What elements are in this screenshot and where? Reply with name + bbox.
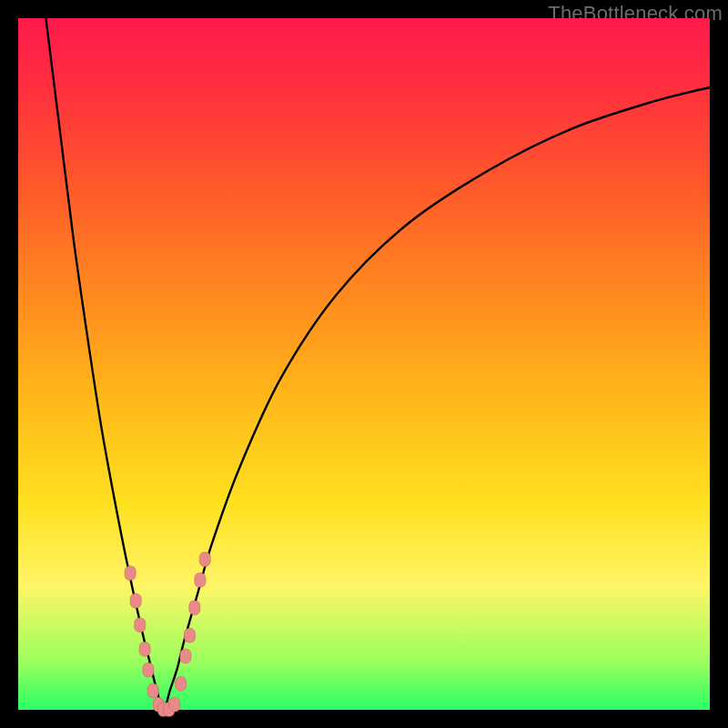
marker	[184, 628, 195, 642]
outer-frame: TheBottleneck.com	[0, 0, 728, 728]
marker	[169, 697, 180, 712]
marker	[130, 593, 141, 608]
marker	[189, 601, 200, 615]
marker	[143, 662, 154, 677]
marker	[125, 566, 136, 581]
chart-svg	[18, 18, 710, 710]
marker	[199, 552, 210, 567]
plot-area	[18, 18, 710, 710]
marker	[195, 573, 206, 588]
marker	[147, 683, 158, 698]
marker-group	[125, 552, 210, 717]
marker	[139, 642, 150, 657]
marker	[180, 649, 191, 663]
bottleneck-curve	[46, 18, 710, 710]
marker	[176, 677, 187, 692]
marker	[135, 618, 146, 632]
